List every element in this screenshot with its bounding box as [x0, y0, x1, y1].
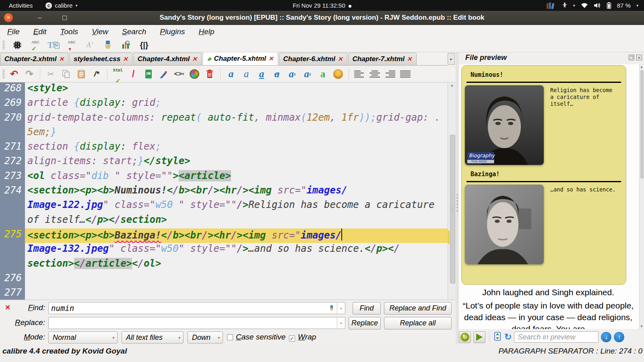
chevron-down-icon[interactable]: ▾ — [573, 3, 575, 8]
find-button[interactable]: Find — [353, 302, 381, 315]
align-left-icon[interactable] — [353, 68, 365, 80]
window-maximize-button[interactable] — [62, 16, 67, 20]
editor-row-275-wrap2[interactable]: section></article></ol> — [0, 258, 448, 272]
menu-item-plugins[interactable]: Plugins — [160, 27, 185, 36]
menu-item-help[interactable]: Help — [199, 27, 215, 36]
tab-Chapter-2.xhtml[interactable]: Chapter-2.xhtml✕ — [0, 53, 68, 65]
find-input[interactable]: numin ▾ — [48, 302, 345, 314]
editor-row-276[interactable]: 276 — [0, 272, 448, 287]
editor-row-275-wrap1[interactable]: Image-132.jpeg" class="w50" style=""/>…a… — [0, 243, 448, 257]
find-options-brush-icon[interactable] — [329, 305, 334, 311]
direction-select[interactable]: Down▾ — [188, 331, 223, 343]
insert-snippet-icon[interactable]: {|} — [138, 39, 150, 51]
delete-icon[interactable] — [204, 68, 216, 80]
tab-Chapter-7.xhtml[interactable]: Chapter-7.xhtml✕ — [348, 53, 417, 65]
tab-close-icon[interactable]: ✕ — [123, 56, 128, 63]
preview-content[interactable]: Numinous! — [459, 64, 639, 329]
text-color-icon[interactable]: a — [317, 68, 329, 80]
subscript-icon[interactable]: as — [286, 68, 298, 80]
special-character-icon[interactable] — [188, 68, 200, 80]
battery-icon[interactable] — [607, 2, 611, 9]
toolbar-grip-handle[interactable] — [2, 69, 5, 79]
smarten-punctuation-icon[interactable]: / — [127, 68, 139, 80]
case-sensitive-checkbox[interactable]: Case sensitive — [227, 333, 286, 341]
tab-close-icon[interactable]: ✕ — [59, 56, 64, 63]
strikethrough-icon[interactable]: a — [271, 68, 283, 80]
calibre-tray-icon[interactable] — [546, 2, 556, 9]
tab-Chapter-6.xhtml[interactable]: Chapter-6.xhtml✕ — [279, 53, 347, 65]
editor-row-269[interactable]: 269article {display: grid; — [0, 97, 448, 111]
find-history-dropdown-icon[interactable]: ▾ — [337, 302, 345, 314]
activities-button[interactable]: Activities — [0, 2, 41, 9]
menu-item-view[interactable]: View — [92, 27, 108, 36]
accessibility-icon[interactable] — [562, 2, 568, 9]
redo-icon[interactable]: ↷ — [23, 68, 35, 80]
underline-icon[interactable]: a — [256, 68, 268, 80]
next-misspelled-word-icon[interactable]: ABC▼ — [66, 39, 77, 51]
editor-row-270-wrap1[interactable]: 5em;} — [0, 126, 448, 141]
replace-and-find-button[interactable]: Replace and Find — [384, 302, 452, 315]
chevron-down-icon[interactable]: ▾ — [636, 3, 638, 8]
preview-scrollbar[interactable]: ▲ ▼ — [639, 64, 644, 329]
preview-image-bazinga[interactable] — [465, 185, 544, 264]
insert-special-character-icon[interactable]: T⎘ — [48, 39, 59, 51]
editor-row-271[interactable]: 271section {display: flex; — [0, 141, 448, 155]
auto-reload-preview-button[interactable]: ↻ — [459, 331, 471, 343]
superscript-icon[interactable]: as — [301, 68, 314, 80]
insert-image-icon[interactable] — [142, 68, 155, 80]
refresh-preview-icon[interactable]: ↻ — [504, 332, 512, 342]
menu-item-edit[interactable]: Edit — [33, 27, 47, 36]
close-panel-icon[interactable]: ✕ — [636, 55, 642, 60]
editor-preview-splitter[interactable] — [456, 52, 459, 344]
editor-row-277[interactable]: 277 — [0, 287, 448, 300]
code-editor[interactable]: 268<style>269article {display: grid;270g… — [0, 82, 448, 300]
undock-panel-icon[interactable]: ❐ — [629, 55, 634, 60]
mode-select[interactable]: Normal▾ — [48, 331, 118, 343]
tab-stylesheet.css[interactable]: stylesheet.css✕ — [69, 53, 132, 65]
replace-all-button[interactable]: Replace all — [384, 317, 452, 329]
editor-row-274[interactable]: 274<section><p><b>Numinous!</b><br/><hr/… — [0, 185, 448, 199]
editor-scrollbar-thumb[interactable] — [450, 135, 455, 284]
close-find-panel-icon[interactable]: ✕ — [5, 303, 10, 312]
menu-item-tools[interactable]: Tools — [60, 27, 78, 36]
tab-close-icon[interactable]: ✕ — [268, 55, 274, 62]
editor-row-274-wrap1[interactable]: Image-122.jpg" class="w50 " style=""/>Re… — [0, 199, 448, 214]
align-center-icon[interactable] — [369, 68, 381, 80]
preview-search-input[interactable]: Search in preview — [514, 331, 599, 343]
tab-Chapter-5.xhtml[interactable]: ✎Chapter-5.xhtml✕ — [202, 52, 278, 65]
search-next-button[interactable]: ↓ — [601, 332, 611, 342]
undo-icon[interactable]: ↶ — [8, 68, 20, 80]
align-justify-icon[interactable] — [399, 68, 411, 80]
insert-tag-icon[interactable]: <>▾ — [173, 68, 185, 80]
background-color-icon[interactable] — [332, 68, 344, 80]
scope-select[interactable]: All text files▾ — [122, 331, 184, 343]
tab-scroll-right-button[interactable]: ▸ — [448, 53, 455, 65]
editor-row-272[interactable]: 272align-items: start;}</style> — [0, 155, 448, 170]
replace-input[interactable]: ▾ — [48, 317, 345, 329]
window-close-button[interactable]: ✕ — [4, 13, 13, 22]
bold-icon[interactable]: a — [225, 68, 237, 80]
tab-close-icon[interactable]: ✕ — [338, 56, 343, 63]
editor-row-274-wrap2[interactable]: of itself…</p></section> — [0, 214, 448, 228]
search-previous-button[interactable]: ↑ — [614, 332, 624, 342]
wifi-icon[interactable] — [581, 3, 588, 8]
editor-scrollbar[interactable]: ▲ — [448, 82, 456, 300]
editor-row-270[interactable]: 270grid-template-columns: repeat( auto-f… — [0, 112, 448, 126]
editor-row-275[interactable]: 275<section><p><b>Bazinga!</b><br/><hr/>… — [0, 228, 448, 243]
spellcheck-icon[interactable]: ABC✓ — [30, 39, 41, 51]
editor-row-268[interactable]: 268<style> — [0, 82, 448, 97]
app-menu[interactable]: c calibre ▾ — [41, 2, 81, 9]
beautify-icon[interactable] — [102, 39, 114, 51]
arrange-files-icon[interactable] — [12, 39, 23, 51]
html-check-icon[interactable]: html✓ — [112, 68, 124, 80]
tab-Chapter-4.xhtml[interactable]: Chapter-4.xhtml✕ — [133, 53, 202, 65]
menu-item-file[interactable]: File — [7, 27, 20, 36]
comment-icon[interactable]: /* — [91, 68, 103, 80]
insert-link-icon[interactable] — [158, 68, 170, 80]
window-minimize-button[interactable]: – — [38, 14, 41, 21]
paste-icon[interactable] — [75, 68, 87, 80]
editor-row-273[interactable]: 273<ol class="dib " style=""><article> — [0, 170, 448, 185]
replace-button[interactable]: Replace — [349, 317, 381, 329]
toolbar-grip-handle[interactable] — [2, 40, 5, 50]
sync-position-icon[interactable] — [493, 331, 502, 343]
